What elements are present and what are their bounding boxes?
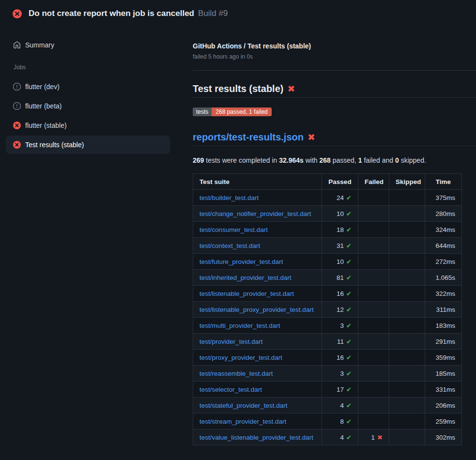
passed-cell: 12✔ <box>322 302 358 318</box>
results-table: Test suitePassedFailedSkippedTime test/b… <box>193 173 462 445</box>
skipped-cell <box>389 334 425 350</box>
report-file-link[interactable]: reports/test-results.json <box>193 132 304 142</box>
test-suite-link[interactable]: test/multi_provider_test.dart <box>200 322 280 329</box>
passed-count: 31 <box>337 242 344 249</box>
suite-cell: test/listenable_provider_test.dart <box>193 286 322 302</box>
check-icon: ✔ <box>346 274 352 281</box>
passed-count: 16 <box>337 354 344 361</box>
passed-cell: 10✔ <box>322 254 358 270</box>
test-suite-link[interactable]: test/reassemble_test.dart <box>200 370 273 377</box>
breadcrumb[interactable]: GitHub Actions / Test results (stable) <box>193 42 476 50</box>
time-cell: 359ms <box>425 350 462 366</box>
time-cell: 322ms <box>425 286 462 302</box>
sidebar-item-flutter-beta-[interactable]: flutter (beta) <box>6 97 170 115</box>
time-cell: 331ms <box>425 382 462 398</box>
skipped-cell <box>389 254 425 270</box>
table-row: test/stateful_provider_test.dart4✔206ms <box>193 398 462 414</box>
suite-cell: test/proxy_provider_test.dart <box>193 350 322 366</box>
sidebar-summary-label: Summary <box>25 41 54 49</box>
passed-cell: 31✔ <box>322 238 358 254</box>
test-suite-link[interactable]: test/context_test.dart <box>200 242 260 249</box>
report-failed-cross-icon: ✖ <box>307 132 315 142</box>
time-cell: 206ms <box>425 398 462 414</box>
check-icon: ✔ <box>346 354 352 361</box>
x-circle-fill-icon <box>13 141 21 149</box>
check-icon: ✔ <box>346 306 352 313</box>
suite-cell: test/builder_test.dart <box>193 190 322 206</box>
failed-cell <box>358 270 389 286</box>
skipped-cell <box>389 190 425 206</box>
table-row: test/listenable_provider_test.dart16✔322… <box>193 286 462 302</box>
passed-cell: 4✔ <box>322 398 358 414</box>
test-suite-link[interactable]: test/builder_test.dart <box>200 194 259 201</box>
skipped-cell <box>389 270 425 286</box>
check-icon: ✔ <box>346 242 352 249</box>
skipped-cell <box>389 222 425 238</box>
sidebar-item-flutter-stable-[interactable]: flutter (stable) <box>6 116 170 135</box>
summary-segment: 32.964s <box>279 156 304 164</box>
summary-line: 269 tests were completed in 32.964s with… <box>193 156 476 165</box>
x-circle-fill-icon <box>13 9 22 18</box>
summary-segment: 268 <box>320 156 331 164</box>
test-suite-link[interactable]: test/stream_provider_test.dart <box>200 418 286 425</box>
skipped-cell <box>389 206 425 222</box>
passed-count: 81 <box>337 274 344 281</box>
sidebar-item-flutter-dev-[interactable]: flutter (dev) <box>6 77 170 96</box>
test-suite-link[interactable]: test/value_listenable_provider_test.dart <box>200 434 313 441</box>
summary-segment: skipped. <box>399 156 426 164</box>
skipped-cell <box>389 414 425 429</box>
table-header-row: Test suitePassedFailedSkippedTime <box>193 174 462 190</box>
skipped-cell <box>389 286 425 302</box>
sidebar-item-summary[interactable]: Summary <box>6 36 170 54</box>
summary-segment: tests were completed in <box>204 156 279 164</box>
test-suite-link[interactable]: test/change_notifier_provider_test.dart <box>200 210 311 217</box>
sidebar-item-test-results-stable-[interactable]: Test results (stable) <box>6 136 170 154</box>
test-suite-link[interactable]: test/selector_test.dart <box>200 386 262 393</box>
time-cell: 302ms <box>425 429 462 445</box>
passed-cell: 3✔ <box>322 366 358 382</box>
passed-count: 3 <box>340 370 344 377</box>
page-title: Do not create report when job is cancell… <box>29 9 194 18</box>
passed-count: 10 <box>337 258 344 265</box>
table-row: test/context_test.dart31✔644ms <box>193 238 462 254</box>
time-cell: 291ms <box>425 334 462 350</box>
failed-cross-icon: ✖ <box>287 84 295 94</box>
check-icon: ✔ <box>346 290 352 297</box>
summary-segment: 269 <box>193 156 204 164</box>
failed-cell <box>358 414 389 429</box>
table-body: test/builder_test.dart24✔375mstest/chang… <box>193 190 462 445</box>
tests-badge: tests 268 passed, 1 failed <box>193 107 272 116</box>
table-row: test/stream_provider_test.dart8✔259ms <box>193 414 462 429</box>
failed-cell <box>358 350 389 366</box>
test-suite-link[interactable]: test/provider_test.dart <box>200 338 263 345</box>
suite-cell: test/inherited_provider_test.dart <box>193 270 322 286</box>
check-icon: ✔ <box>346 338 352 345</box>
suite-cell: test/consumer_test.dart <box>193 222 322 238</box>
sidebar-item-label: flutter (stable) <box>25 122 67 129</box>
run-status: failed 5 hours ago in 0s <box>193 53 476 61</box>
test-suite-link[interactable]: test/listenable_provider_test.dart <box>200 290 294 297</box>
time-cell: 183ms <box>425 318 462 334</box>
failed-cell <box>358 382 389 398</box>
check-icon: ✔ <box>346 434 352 441</box>
time-cell: 324ms <box>425 222 462 238</box>
test-suite-link[interactable]: test/proxy_provider_test.dart <box>200 354 282 361</box>
test-suite-link[interactable]: test/listenable_proxy_provider_test.dart <box>200 306 314 313</box>
failed-cell <box>358 318 389 334</box>
test-suite-link[interactable]: test/consumer_test.dart <box>200 226 268 233</box>
failed-cell <box>358 254 389 270</box>
jobs-list: flutter (dev)flutter (beta)flutter (stab… <box>0 77 193 154</box>
cross-icon: ✖ <box>377 434 383 441</box>
failed-cell <box>358 222 389 238</box>
test-suite-link[interactable]: test/stateful_provider_test.dart <box>200 402 288 409</box>
column-header-failed: Failed <box>358 174 389 190</box>
passed-count: 10 <box>337 210 344 217</box>
test-suite-link[interactable]: test/future_provider_test.dart <box>200 258 283 265</box>
skipped-cell <box>389 302 425 318</box>
badge-label: tests <box>193 107 212 116</box>
passed-cell: 10✔ <box>322 206 358 222</box>
test-suite-link[interactable]: test/inherited_provider_test.dart <box>200 274 292 281</box>
main-content: GitHub Actions / Test results (stable) f… <box>193 27 476 445</box>
suite-cell: test/stream_provider_test.dart <box>193 414 322 429</box>
sidebar-item-label: Test results (stable) <box>25 141 84 149</box>
